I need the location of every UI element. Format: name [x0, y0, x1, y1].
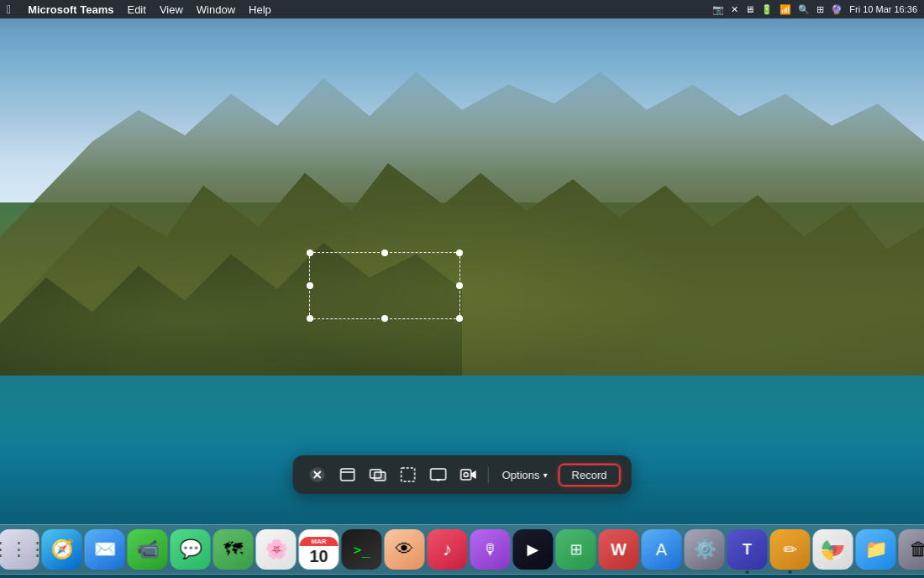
- video-icon: [460, 466, 477, 483]
- dock-active-indicator-sketch: [789, 570, 792, 574]
- chevron-down-icon: ▾: [543, 470, 547, 480]
- dock-item-facetime[interactable]: 📹: [128, 529, 168, 570]
- dock-item-safari[interactable]: 🧭: [42, 529, 82, 570]
- screen-icon: [430, 466, 447, 483]
- handle-top-center[interactable]: [381, 250, 388, 256]
- window2-icon: [370, 466, 386, 483]
- handle-bottom-right[interactable]: [456, 315, 463, 322]
- svg-rect-8: [431, 469, 446, 480]
- dock-item-podcasts[interactable]: 🎙: [470, 529, 511, 570]
- dock-item-messages[interactable]: 💬: [171, 529, 211, 570]
- dock-item-preview[interactable]: 👁: [385, 529, 425, 570]
- capture-video-button[interactable]: [456, 462, 481, 487]
- options-button[interactable]: Options ▾: [496, 465, 554, 485]
- dock-item-trash[interactable]: 🗑: [899, 529, 925, 570]
- dock-item-word[interactable]: W: [599, 529, 639, 570]
- capture-window2-button[interactable]: [365, 462, 391, 487]
- datetime[interactable]: Fri 10 Mar 16:36: [849, 4, 917, 14]
- svg-rect-3: [341, 469, 354, 481]
- dock-item-music[interactable]: ♪: [428, 529, 468, 570]
- dock-active-indicator-teams: [746, 570, 749, 574]
- options-label: Options: [502, 469, 540, 481]
- dock-item-appstore[interactable]: A: [642, 529, 682, 570]
- capture-screen-button[interactable]: [426, 462, 451, 487]
- window-icon: [339, 466, 356, 483]
- cancel-button[interactable]: [305, 462, 330, 487]
- battery-icon: 🔋: [761, 4, 773, 15]
- dock-item-chrome[interactable]: [813, 529, 853, 570]
- selection-rectangle[interactable]: [309, 252, 460, 319]
- dock-item-terminal[interactable]: >_: [342, 529, 382, 570]
- menubar-right: 📷 ✕ 🖥 🔋 📶 🔍 ⊞ 🔮 Fri 10 Mar 16:36: [712, 4, 917, 15]
- capture-window-button[interactable]: [335, 462, 360, 487]
- record-button[interactable]: Record: [559, 465, 619, 486]
- dock: 🙂 ⋮⋮⋮ 🧭 ✉️ 📹 💬 🗺 🌸: [0, 524, 924, 575]
- wifi-icon: 📶: [780, 4, 791, 15]
- cancel-icon: [309, 466, 326, 483]
- dock-item-launchpad[interactable]: ⋮⋮⋮: [0, 529, 39, 570]
- bluetooth-icon: ✕: [731, 4, 738, 15]
- screenshot-toolbar: Options ▾ Record: [293, 455, 632, 494]
- dock-item-system-preferences[interactable]: ⚙️: [685, 529, 725, 570]
- window-menu[interactable]: Window: [197, 3, 235, 16]
- svg-rect-6: [375, 472, 386, 481]
- app-name[interactable]: Microsoft Teams: [28, 3, 113, 16]
- handle-bottom-center[interactable]: [381, 315, 388, 322]
- chrome-logo: [822, 538, 845, 561]
- svg-rect-11: [461, 470, 471, 480]
- apple-menu[interactable]: : [7, 3, 11, 16]
- dock-item-files[interactable]: 📁: [856, 529, 896, 570]
- dock-item-sketch[interactable]: ✏: [770, 529, 811, 570]
- dock-item-tv[interactable]: ▶: [513, 529, 554, 570]
- handle-top-left[interactable]: [307, 250, 313, 256]
- handle-top-right[interactable]: [456, 250, 463, 256]
- search-icon[interactable]: 🔍: [798, 4, 810, 15]
- dock-item-calendar[interactable]: MAR 10: [299, 529, 339, 570]
- desktop:  Microsoft Teams Edit View Window Help …: [0, 0, 924, 578]
- dock-item-numbers[interactable]: ⊞: [556, 529, 596, 570]
- dock-item-teams[interactable]: T: [727, 529, 768, 570]
- help-menu[interactable]: Help: [249, 3, 271, 16]
- svg-point-12: [464, 473, 468, 477]
- dock-item-mail[interactable]: ✉️: [85, 529, 125, 570]
- handle-middle-left[interactable]: [307, 282, 313, 289]
- view-menu[interactable]: View: [160, 3, 183, 16]
- capture-selection-button[interactable]: [396, 462, 421, 487]
- siri-icon[interactable]: 🔮: [831, 4, 843, 15]
- handle-middle-right[interactable]: [456, 282, 463, 289]
- separator-1: [488, 466, 489, 483]
- menubar:  Microsoft Teams Edit View Window Help …: [0, 0, 924, 18]
- selection-icon: [400, 466, 417, 483]
- handle-bottom-left[interactable]: [307, 315, 313, 322]
- display-icon: 🖥: [745, 4, 754, 14]
- svg-rect-7: [402, 468, 415, 481]
- camera-icon: 📷: [712, 4, 724, 15]
- control-center-icon[interactable]: ⊞: [816, 4, 824, 15]
- edit-menu[interactable]: Edit: [127, 3, 145, 16]
- menubar-left:  Microsoft Teams Edit View Window Help: [7, 3, 271, 16]
- dock-item-photos[interactable]: 🌸: [256, 529, 297, 570]
- dock-item-maps[interactable]: 🗺: [213, 529, 254, 570]
